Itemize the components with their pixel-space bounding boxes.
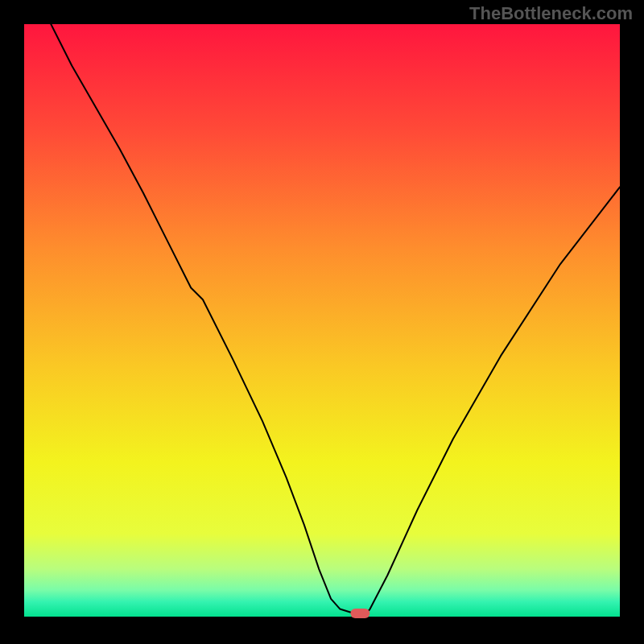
chart-frame: TheBottleneck.com <box>0 0 644 644</box>
watermark-text: TheBottleneck.com <box>469 3 633 24</box>
chart-canvas <box>0 0 644 644</box>
plot-background <box>24 24 620 617</box>
optimum-marker <box>350 609 369 618</box>
